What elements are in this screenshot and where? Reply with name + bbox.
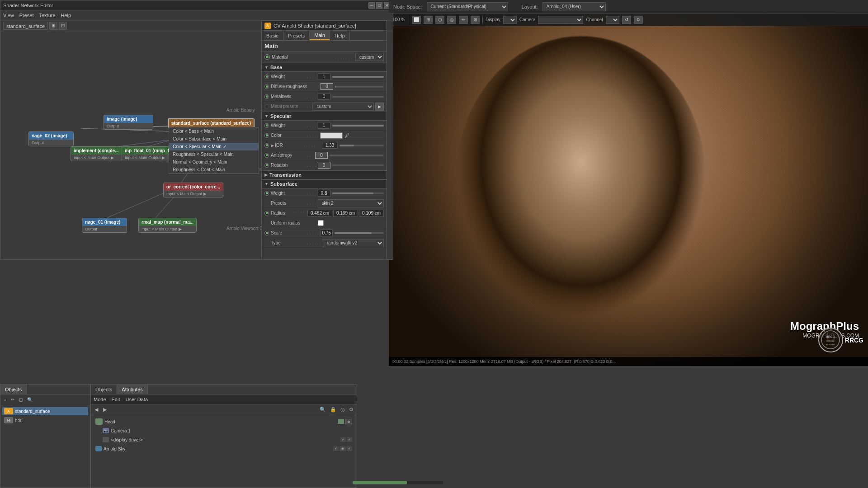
ap-rotation-value[interactable] <box>318 162 330 169</box>
ctx-item-6[interactable]: Roughness < Coat < Main <box>169 166 259 174</box>
camera-select[interactable]: <active camera> <box>538 16 583 24</box>
ctx-item-1[interactable]: Color < Base < Main <box>169 127 259 135</box>
bm-sky-check1[interactable]: ✓ <box>333 446 339 451</box>
ap-metal-presets-select[interactable]: custom <box>312 103 374 111</box>
ap-sss-radius-y[interactable] <box>333 210 358 216</box>
bm-head-target[interactable]: ⊕ <box>345 419 352 424</box>
ap-sss-weight-radio[interactable] <box>264 191 269 196</box>
obj-standard-surface[interactable]: A standard_surface <box>2 407 88 415</box>
ap-subsurface-header[interactable]: ▼ Subsurface <box>262 179 387 188</box>
sne-pack-icon[interactable]: ⊞ <box>49 22 57 30</box>
vp-icon2[interactable]: ⊞ <box>424 16 433 24</box>
tab-basic[interactable]: Basic <box>262 31 283 40</box>
layout-select[interactable]: Arnold_04 (User) <box>542 2 606 11</box>
ctx-item-4[interactable]: Roughness < Specular < Main <box>169 150 259 158</box>
bm-display-check1[interactable]: ✓ <box>340 437 346 442</box>
ap-aniso-value[interactable] <box>315 152 328 159</box>
bm-obj-head[interactable]: Head ⊕ <box>94 417 354 426</box>
ap-ior-slider[interactable] <box>340 142 384 149</box>
ap-aniso-radio[interactable] <box>264 153 269 158</box>
bl-edit-icon[interactable]: ✏ <box>9 397 16 402</box>
ap-spec-color-swatch[interactable] <box>320 132 343 139</box>
ap-ior-radio[interactable] <box>264 143 269 148</box>
node-color-correct[interactable]: or_correct (color_corre... Input < Main … <box>163 183 223 197</box>
bm-obj-camera[interactable]: 📷 Camera.1 <box>94 426 354 435</box>
bm-userdata-menu[interactable]: User Data <box>126 397 148 402</box>
sne-menu-help[interactable]: Help <box>61 13 71 18</box>
bm-mode-menu[interactable]: Mode <box>94 397 106 402</box>
vp-icon4[interactable]: ◎ <box>447 16 456 24</box>
ap-material-radio[interactable] <box>264 54 270 60</box>
node-standard-surface[interactable]: standard_surface (standard_surface) Colo… <box>168 118 255 128</box>
ap-sss-weight-value[interactable] <box>318 190 330 197</box>
sne-minimize-btn[interactable]: ─ <box>368 2 375 9</box>
bm-settings-icon[interactable]: ⚙ <box>348 407 355 413</box>
bm-nav-fwd[interactable]: ▶ <box>101 407 108 413</box>
ap-base-roughness-slider[interactable] <box>335 84 384 90</box>
ap-ior-value[interactable] <box>322 142 338 149</box>
ap-rotation-radio[interactable] <box>264 163 269 168</box>
tab-objects-mid[interactable]: Objects <box>91 385 117 394</box>
ctx-item-2[interactable]: Color < Subsurface < Main <box>169 135 259 143</box>
bm-sky-check2[interactable]: ✓ <box>347 446 352 451</box>
ap-spec-weight-radio[interactable] <box>264 123 269 128</box>
ap-metalness-slider[interactable] <box>332 94 384 100</box>
sne-maximize-btn[interactable]: □ <box>376 2 382 9</box>
bm-search-icon[interactable]: 🔍 <box>318 407 327 413</box>
ap-sss-scale-radio[interactable] <box>264 231 269 235</box>
ap-sss-radius-radio[interactable] <box>264 211 269 216</box>
ap-diffuse-roughness-radio[interactable] <box>264 84 269 89</box>
channel-select[interactable]: RGB <box>606 16 619 24</box>
sne-menu-view[interactable]: View <box>3 13 14 18</box>
tab-attributes-mid[interactable]: Attributes <box>117 385 147 394</box>
bl-add-icon[interactable]: + <box>2 397 8 403</box>
tab-presets[interactable]: Presets <box>283 31 310 40</box>
vp-icon6[interactable]: ⊠ <box>471 16 480 24</box>
node-space-select[interactable]: Current (Standard/Physical) <box>427 2 508 11</box>
ap-sss-uniform-checkbox[interactable] <box>318 220 324 226</box>
ap-base-weight-slider[interactable] <box>332 74 384 80</box>
ap-sss-presets-select[interactable]: skin 2 <box>318 199 384 207</box>
display-select[interactable]: beauty <box>503 16 517 24</box>
ap-sss-radius-z[interactable] <box>359 210 384 216</box>
bl-select-icon[interactable]: ◻ <box>18 397 24 402</box>
node-image01[interactable]: nage_01 (image) Output <box>82 218 127 233</box>
ap-metalness-radio[interactable] <box>264 94 269 99</box>
sne-fit-icon[interactable]: ⊡ <box>59 22 67 30</box>
ap-metal-presets-apply[interactable]: ▶ <box>375 103 384 111</box>
bm-camera2-icon[interactable]: ◎ <box>339 407 346 413</box>
ctx-item-5[interactable]: Normal < Geometry < Main <box>169 158 259 166</box>
ap-base-header[interactable]: ▼ Base <box>262 63 387 72</box>
bm-display-check2[interactable]: ✓ <box>347 437 352 442</box>
ap-sss-radius-x[interactable] <box>307 210 332 216</box>
ap-sss-weight-slider[interactable] <box>332 190 384 197</box>
ctx-item-3[interactable]: Color < Specular < Main ✓ <box>169 143 259 150</box>
ap-specular-header[interactable]: ▼ Specular <box>262 112 387 121</box>
node-implement[interactable]: implement (comple... Input < Main Output… <box>71 146 125 161</box>
bl-search-icon[interactable]: 🔍 <box>26 397 34 402</box>
ap-sss-type-select[interactable]: randomwalk v2 <box>323 239 384 247</box>
ap-sss-scale-slider[interactable] <box>335 230 384 236</box>
bm-lock-icon[interactable]: 🔒 <box>329 407 338 413</box>
ap-aniso-slider[interactable] <box>330 152 384 159</box>
ap-spec-weight-value[interactable] <box>318 122 330 129</box>
tab-help[interactable]: Help <box>330 31 350 40</box>
sne-menu-texture[interactable]: Texture <box>39 13 55 18</box>
node-normal-map[interactable]: rmal_map (normal_ma... Input < Main Outp… <box>138 218 197 233</box>
ap-base-weight-radio[interactable] <box>264 75 269 79</box>
vp-settings[interactable]: ⚙ <box>634 16 643 24</box>
bm-edit-menu[interactable]: Edit <box>112 397 120 402</box>
vp-icon1[interactable]: ⬜ <box>412 16 421 24</box>
ap-sss-scale-value[interactable] <box>320 230 333 236</box>
ap-spec-color-radio[interactable] <box>264 133 269 138</box>
tab-main[interactable]: Main <box>310 31 330 40</box>
obj-hdri[interactable]: H hdri <box>2 416 88 424</box>
vp-icon3[interactable]: ⬡ <box>435 16 444 24</box>
bm-nav-back[interactable]: ◀ <box>93 407 100 413</box>
ap-material-select[interactable]: custom <box>355 53 384 61</box>
vp-refresh[interactable]: ↺ <box>622 16 631 24</box>
tab-objects-left[interactable]: Objects <box>0 385 27 394</box>
ap-diffuse-roughness-value[interactable] <box>321 83 333 90</box>
node-image[interactable]: image (image) Output <box>104 115 153 130</box>
ap-spec-weight-slider[interactable] <box>332 122 384 129</box>
